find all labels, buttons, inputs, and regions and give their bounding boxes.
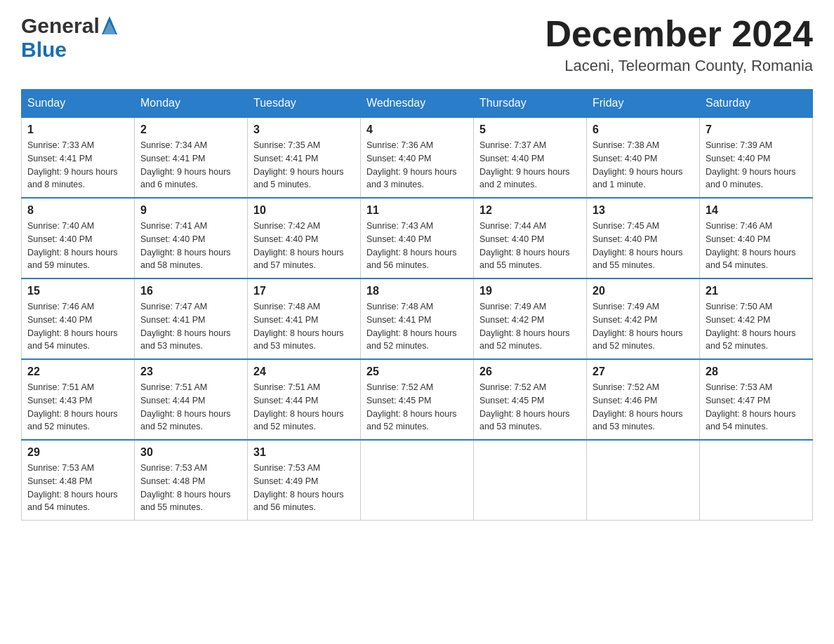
day-number: 19	[479, 285, 581, 297]
day-info: Sunrise: 7:45 AMSunset: 4:40 PMDaylight:…	[593, 220, 694, 272]
day-info: Sunrise: 7:53 AMSunset: 4:47 PMDaylight:…	[706, 381, 807, 434]
day-number: 2	[140, 123, 241, 136]
day-number: 5	[479, 123, 581, 136]
day-number: 7	[706, 123, 807, 136]
day-info: Sunrise: 7:51 AMSunset: 4:43 PMDaylight:…	[27, 381, 128, 434]
day-number: 13	[593, 204, 694, 217]
calendar-cell	[474, 440, 587, 521]
calendar-cell: 26Sunrise: 7:52 AMSunset: 4:45 PMDayligh…	[474, 359, 587, 440]
day-info: Sunrise: 7:47 AMSunset: 4:41 PMDaylight:…	[140, 300, 241, 353]
week-row: 15Sunrise: 7:46 AMSunset: 4:40 PMDayligh…	[22, 279, 813, 359]
day-info: Sunrise: 7:52 AMSunset: 4:45 PMDaylight:…	[366, 381, 468, 434]
day-number: 12	[479, 204, 581, 217]
day-number: 25	[366, 365, 468, 378]
calendar-cell	[587, 440, 700, 521]
day-number: 21	[706, 285, 807, 297]
calendar-cell: 30Sunrise: 7:53 AMSunset: 4:48 PMDayligh…	[135, 440, 248, 521]
calendar-cell: 16Sunrise: 7:47 AMSunset: 4:41 PMDayligh…	[135, 279, 248, 359]
day-info: Sunrise: 7:37 AMSunset: 4:40 PMDaylight:…	[479, 139, 581, 192]
week-row: 8Sunrise: 7:40 AMSunset: 4:40 PMDaylight…	[22, 198, 813, 279]
day-number: 28	[706, 365, 807, 378]
day-info: Sunrise: 7:52 AMSunset: 4:46 PMDaylight:…	[593, 381, 694, 434]
calendar-cell: 25Sunrise: 7:52 AMSunset: 4:45 PMDayligh…	[361, 359, 474, 440]
day-number: 3	[253, 123, 355, 136]
day-info: Sunrise: 7:35 AMSunset: 4:41 PMDaylight:…	[253, 139, 355, 192]
day-info: Sunrise: 7:50 AMSunset: 4:42 PMDaylight:…	[706, 300, 807, 353]
calendar-cell: 29Sunrise: 7:53 AMSunset: 4:48 PMDayligh…	[22, 440, 135, 521]
weekday-header: Saturday	[700, 90, 813, 118]
calendar-cell: 5Sunrise: 7:37 AMSunset: 4:40 PMDaylight…	[474, 117, 587, 198]
weekday-header: Thursday	[474, 90, 587, 118]
week-row: 29Sunrise: 7:53 AMSunset: 4:48 PMDayligh…	[22, 440, 813, 521]
calendar-cell: 10Sunrise: 7:42 AMSunset: 4:40 PMDayligh…	[248, 198, 361, 279]
logo-general-text: General	[21, 14, 100, 38]
day-number: 31	[253, 446, 355, 459]
day-number: 22	[27, 365, 128, 378]
calendar-cell: 18Sunrise: 7:48 AMSunset: 4:41 PMDayligh…	[361, 279, 474, 359]
month-title: December 2024	[545, 14, 813, 54]
calendar-cell: 13Sunrise: 7:45 AMSunset: 4:40 PMDayligh…	[587, 198, 700, 279]
day-info: Sunrise: 7:33 AMSunset: 4:41 PMDaylight:…	[27, 139, 128, 192]
day-info: Sunrise: 7:49 AMSunset: 4:42 PMDaylight:…	[479, 300, 581, 353]
day-info: Sunrise: 7:51 AMSunset: 4:44 PMDaylight:…	[253, 381, 355, 434]
week-row: 22Sunrise: 7:51 AMSunset: 4:43 PMDayligh…	[22, 359, 813, 440]
title-section: December 2024 Laceni, Teleorman County, …	[545, 14, 813, 75]
logo-blue-text: Blue	[21, 38, 67, 62]
day-info: Sunrise: 7:51 AMSunset: 4:44 PMDaylight:…	[140, 381, 241, 434]
logo: General Blue	[21, 14, 119, 62]
day-number: 4	[366, 123, 468, 136]
location-subtitle: Laceni, Teleorman County, Romania	[545, 57, 813, 75]
day-number: 18	[366, 285, 468, 297]
day-number: 27	[593, 365, 694, 378]
day-number: 26	[479, 365, 581, 378]
calendar-cell: 20Sunrise: 7:49 AMSunset: 4:42 PMDayligh…	[587, 279, 700, 359]
calendar-cell: 15Sunrise: 7:46 AMSunset: 4:40 PMDayligh…	[22, 279, 135, 359]
day-number: 1	[27, 123, 128, 136]
day-info: Sunrise: 7:53 AMSunset: 4:48 PMDaylight:…	[27, 462, 128, 514]
calendar-cell: 24Sunrise: 7:51 AMSunset: 4:44 PMDayligh…	[248, 359, 361, 440]
day-info: Sunrise: 7:46 AMSunset: 4:40 PMDaylight:…	[27, 300, 128, 353]
calendar-cell: 3Sunrise: 7:35 AMSunset: 4:41 PMDaylight…	[248, 117, 361, 198]
day-info: Sunrise: 7:46 AMSunset: 4:40 PMDaylight:…	[706, 220, 807, 272]
week-row: 1Sunrise: 7:33 AMSunset: 4:41 PMDaylight…	[22, 117, 813, 198]
day-info: Sunrise: 7:48 AMSunset: 4:41 PMDaylight:…	[253, 300, 355, 353]
day-info: Sunrise: 7:48 AMSunset: 4:41 PMDaylight:…	[366, 300, 468, 353]
calendar-cell: 6Sunrise: 7:38 AMSunset: 4:40 PMDaylight…	[587, 117, 700, 198]
calendar-cell: 11Sunrise: 7:43 AMSunset: 4:40 PMDayligh…	[361, 198, 474, 279]
day-number: 11	[366, 204, 468, 217]
day-number: 29	[27, 446, 128, 459]
calendar-cell	[361, 440, 474, 521]
day-number: 8	[27, 204, 128, 217]
day-number: 16	[140, 285, 241, 297]
calendar-cell: 7Sunrise: 7:39 AMSunset: 4:40 PMDaylight…	[700, 117, 813, 198]
calendar-cell: 17Sunrise: 7:48 AMSunset: 4:41 PMDayligh…	[248, 279, 361, 359]
page-header: General Blue December 2024 Laceni, Teleo…	[21, 14, 813, 75]
calendar-cell: 28Sunrise: 7:53 AMSunset: 4:47 PMDayligh…	[700, 359, 813, 440]
calendar-cell: 4Sunrise: 7:36 AMSunset: 4:40 PMDaylight…	[361, 117, 474, 198]
calendar-cell: 12Sunrise: 7:44 AMSunset: 4:40 PMDayligh…	[474, 198, 587, 279]
day-info: Sunrise: 7:42 AMSunset: 4:40 PMDaylight:…	[253, 220, 355, 272]
day-info: Sunrise: 7:53 AMSunset: 4:48 PMDaylight:…	[140, 462, 241, 514]
calendar-cell: 27Sunrise: 7:52 AMSunset: 4:46 PMDayligh…	[587, 359, 700, 440]
calendar-cell: 23Sunrise: 7:51 AMSunset: 4:44 PMDayligh…	[135, 359, 248, 440]
day-info: Sunrise: 7:43 AMSunset: 4:40 PMDaylight:…	[366, 220, 468, 272]
logo-icon	[100, 15, 119, 37]
day-number: 23	[140, 365, 241, 378]
calendar-cell: 2Sunrise: 7:34 AMSunset: 4:41 PMDaylight…	[135, 117, 248, 198]
day-info: Sunrise: 7:36 AMSunset: 4:40 PMDaylight:…	[366, 139, 468, 192]
weekday-header: Wednesday	[361, 90, 474, 118]
day-info: Sunrise: 7:40 AMSunset: 4:40 PMDaylight:…	[27, 220, 128, 272]
calendar-cell: 8Sunrise: 7:40 AMSunset: 4:40 PMDaylight…	[22, 198, 135, 279]
day-number: 9	[140, 204, 241, 217]
calendar-cell: 1Sunrise: 7:33 AMSunset: 4:41 PMDaylight…	[22, 117, 135, 198]
day-number: 30	[140, 446, 241, 459]
day-info: Sunrise: 7:44 AMSunset: 4:40 PMDaylight:…	[479, 220, 581, 272]
day-info: Sunrise: 7:49 AMSunset: 4:42 PMDaylight:…	[593, 300, 694, 353]
weekday-header: Monday	[135, 90, 248, 118]
day-info: Sunrise: 7:41 AMSunset: 4:40 PMDaylight:…	[140, 220, 241, 272]
day-number: 6	[593, 123, 694, 136]
calendar-cell	[700, 440, 813, 521]
day-number: 17	[253, 285, 355, 297]
weekday-header: Tuesday	[248, 90, 361, 118]
weekday-header: Sunday	[22, 90, 135, 118]
